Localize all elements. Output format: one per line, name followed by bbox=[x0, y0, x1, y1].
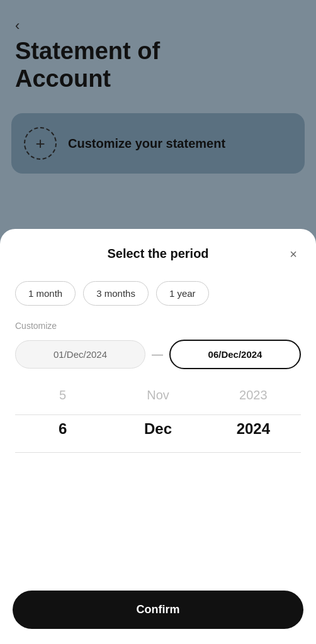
picker-year-prev: 2023 bbox=[206, 379, 301, 411]
picker-month-current: Dec bbox=[110, 411, 205, 447]
close-icon: × bbox=[290, 247, 297, 262]
date-dash: — bbox=[152, 348, 163, 361]
page-title: Statement ofAccount bbox=[15, 38, 160, 92]
date-picker: 5 6 Nov Dec 2023 2024 bbox=[15, 379, 301, 580]
chip-3-months[interactable]: 3 months bbox=[83, 281, 149, 306]
date-range-row: 01/Dec/2024 — 06/Dec/2024 bbox=[0, 333, 316, 379]
chip-1-year[interactable]: 1 year bbox=[156, 281, 209, 306]
modal-title: Select the period bbox=[107, 247, 208, 261]
customize-card[interactable]: + Customize your statement bbox=[11, 113, 305, 174]
customize-label: Customize bbox=[0, 316, 316, 333]
picker-day-prev: 5 bbox=[15, 379, 110, 411]
picker-divider-top bbox=[15, 414, 301, 415]
period-chips-container: 1 month 3 months 1 year bbox=[0, 271, 316, 316]
picker-year-current: 2024 bbox=[206, 411, 301, 447]
confirm-button[interactable]: Confirm bbox=[13, 591, 303, 629]
back-arrow-button[interactable]: ‹ bbox=[15, 18, 20, 34]
plus-icon: + bbox=[24, 127, 57, 160]
modal-header: Select the period × bbox=[0, 229, 316, 271]
picker-day-current: 6 bbox=[15, 411, 110, 447]
modal-sheet: Select the period × 1 month 3 months 1 y… bbox=[0, 229, 316, 644]
date-end-chip[interactable]: 06/Dec/2024 bbox=[169, 340, 301, 369]
picker-month-prev: Nov bbox=[110, 379, 205, 411]
picker-day-column[interactable]: 5 6 bbox=[15, 379, 110, 580]
customize-card-text: Customize your statement bbox=[68, 135, 225, 152]
date-start-chip[interactable]: 01/Dec/2024 bbox=[15, 340, 145, 369]
picker-month-column[interactable]: Nov Dec bbox=[110, 379, 205, 580]
picker-divider-bottom bbox=[15, 452, 301, 453]
picker-year-column[interactable]: 2023 2024 bbox=[206, 379, 301, 580]
chip-1-month[interactable]: 1 month bbox=[15, 281, 76, 306]
close-button[interactable]: × bbox=[283, 244, 303, 264]
